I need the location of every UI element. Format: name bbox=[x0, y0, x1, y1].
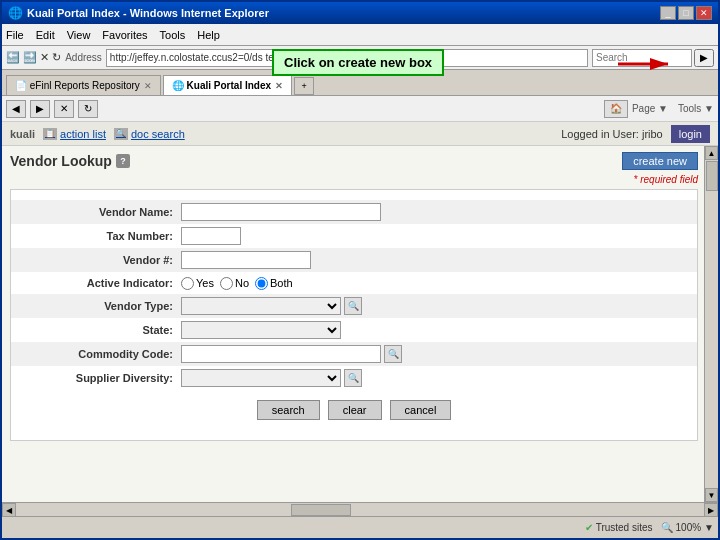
search-go-button[interactable]: ▶ bbox=[694, 49, 714, 67]
menu-edit[interactable]: Edit bbox=[36, 29, 55, 41]
vendor-type-search-icon[interactable]: 🔍 bbox=[344, 297, 362, 315]
doc-search-icon: 🔍 bbox=[114, 128, 128, 140]
arrow-indicator bbox=[618, 54, 678, 76]
commodity-code-label: Commodity Code: bbox=[21, 348, 181, 360]
supplier-diversity-select[interactable] bbox=[181, 369, 341, 387]
zoom-dropdown-icon[interactable]: ▼ bbox=[704, 522, 714, 533]
help-icon[interactable]: ? bbox=[116, 154, 130, 168]
form-row-supplier-diversity: Supplier Diversity: 🔍 bbox=[11, 366, 697, 390]
close-button[interactable]: ✕ bbox=[696, 6, 712, 20]
vendor-name-input[interactable] bbox=[181, 203, 381, 221]
login-button[interactable]: login bbox=[671, 125, 710, 143]
doc-search-link[interactable]: 🔍 doc search bbox=[114, 128, 185, 140]
vendor-name-label: Vendor Name: bbox=[21, 206, 181, 218]
app-header: kuali 📋 action list 🔍 doc search Logged … bbox=[2, 122, 718, 146]
toolbar-page-label: Page ▼ bbox=[632, 103, 668, 114]
form-row-tax-number: Tax Number: bbox=[11, 224, 697, 248]
status-bar: ✔ Trusted sites 🔍 100% ▼ bbox=[2, 516, 718, 538]
callout-text: Click on create new box bbox=[284, 55, 432, 70]
create-new-button[interactable]: create new bbox=[622, 152, 698, 170]
toolbar-tools-label: Tools ▼ bbox=[678, 103, 714, 114]
page-title-area: Vendor Lookup ? bbox=[10, 153, 130, 169]
vendor-type-label: Vendor Type: bbox=[21, 300, 181, 312]
required-note: * required field bbox=[10, 174, 698, 185]
radio-yes[interactable] bbox=[181, 277, 194, 290]
status-zoom: 🔍 100% ▼ bbox=[661, 522, 714, 533]
app-area: kuali 📋 action list 🔍 doc search Logged … bbox=[2, 122, 718, 516]
h-scroll-thumb[interactable] bbox=[291, 504, 351, 516]
login-area: Logged in User: jribo login bbox=[561, 125, 710, 143]
app-nav: kuali 📋 action list 🔍 doc search bbox=[10, 128, 185, 140]
radio-both[interactable] bbox=[255, 277, 268, 290]
scroll-thumb[interactable] bbox=[706, 161, 718, 191]
logged-in-text: Logged in User: jribo bbox=[561, 128, 663, 140]
radio-both-label[interactable]: Both bbox=[255, 277, 293, 290]
menu-items-container: File Edit View Favorites Tools Help bbox=[6, 29, 220, 41]
radio-no-label[interactable]: No bbox=[220, 277, 249, 290]
action-list-icon: 📋 bbox=[43, 128, 57, 140]
scroll-up-button[interactable]: ▲ bbox=[705, 146, 718, 160]
maximize-button[interactable]: □ bbox=[678, 6, 694, 20]
action-list-link[interactable]: 📋 action list bbox=[43, 128, 106, 140]
tax-number-label: Tax Number: bbox=[21, 230, 181, 242]
toolbar-refresh[interactable]: ↻ bbox=[78, 100, 98, 118]
minimize-button[interactable]: _ bbox=[660, 6, 676, 20]
vendor-type-select[interactable] bbox=[181, 297, 341, 315]
state-label: State: bbox=[21, 324, 181, 336]
kuali-logo: kuali bbox=[10, 128, 35, 140]
tab-kuali-portal[interactable]: 🌐 Kuali Portal Index ✕ bbox=[163, 75, 292, 95]
commodity-code-search-icon[interactable]: 🔍 bbox=[384, 345, 402, 363]
window-controls: _ □ ✕ bbox=[660, 6, 712, 20]
clear-button[interactable]: clear bbox=[328, 400, 382, 420]
form-row-active-indicator: Active Indicator: Yes No Both bbox=[11, 272, 697, 294]
tab-kuali-label: 🌐 Kuali Portal Index bbox=[172, 80, 271, 91]
radio-no[interactable] bbox=[220, 277, 233, 290]
search-button[interactable]: search bbox=[257, 400, 320, 420]
form-row-vendor-number: Vendor #: bbox=[11, 248, 697, 272]
toolbar-home[interactable]: 🏠 bbox=[604, 100, 628, 118]
form-row-vendor-type: Vendor Type: 🔍 bbox=[11, 294, 697, 318]
address-bar: 🔙 🔜 ✕ ↻ Address ▶ Click on create new bo… bbox=[2, 46, 718, 70]
tab-kuali-close[interactable]: ✕ bbox=[275, 81, 283, 91]
horizontal-scrollbar[interactable]: ◀ ▶ bbox=[2, 502, 718, 516]
zoom-text: 100% bbox=[676, 522, 702, 533]
supplier-diversity-label: Supplier Diversity: bbox=[21, 372, 181, 384]
address-text-label: Address bbox=[65, 52, 102, 63]
toolbar-stop[interactable]: ✕ bbox=[54, 100, 74, 118]
scroll-track bbox=[705, 160, 718, 488]
tax-number-input[interactable] bbox=[181, 227, 241, 245]
tab-reports-close[interactable]: ✕ bbox=[144, 81, 152, 91]
toolbar-forward[interactable]: ▶ bbox=[30, 100, 50, 118]
tab-reports-repository[interactable]: 📄 eFinl Reports Repository ✕ bbox=[6, 75, 161, 95]
toolbar-back[interactable]: ◀ bbox=[6, 100, 26, 118]
scroll-down-button[interactable]: ▼ bbox=[705, 488, 718, 502]
new-tab-button[interactable]: + bbox=[294, 77, 314, 95]
menu-file[interactable]: File bbox=[6, 29, 24, 41]
form-row-vendor-name: Vendor Name: bbox=[11, 200, 697, 224]
window-title: Kuali Portal Index - Windows Internet Ex… bbox=[27, 7, 269, 19]
supplier-diversity-search-icon[interactable]: 🔍 bbox=[344, 369, 362, 387]
vertical-scrollbar[interactable]: ▲ ▼ bbox=[704, 146, 718, 502]
callout-box: Click on create new box bbox=[272, 49, 444, 76]
h-scroll-left-button[interactable]: ◀ bbox=[2, 503, 16, 517]
form-row-state: State: bbox=[11, 318, 697, 342]
menu-view[interactable]: View bbox=[67, 29, 91, 41]
menu-help[interactable]: Help bbox=[197, 29, 220, 41]
vendor-number-label: Vendor #: bbox=[21, 254, 181, 266]
menu-bar: File Edit View Favorites Tools Help bbox=[2, 24, 718, 46]
ie-icon: 🌐 bbox=[8, 6, 23, 20]
form-row-commodity-code: Commodity Code: 🔍 bbox=[11, 342, 697, 366]
radio-yes-label[interactable]: Yes bbox=[181, 277, 214, 290]
action-list-label: action list bbox=[60, 128, 106, 140]
menu-tools[interactable]: Tools bbox=[160, 29, 186, 41]
doc-search-label: doc search bbox=[131, 128, 185, 140]
h-scroll-right-button[interactable]: ▶ bbox=[704, 503, 718, 517]
commodity-code-input[interactable] bbox=[181, 345, 381, 363]
menu-favorites[interactable]: Favorites bbox=[102, 29, 147, 41]
cancel-button[interactable]: cancel bbox=[390, 400, 452, 420]
state-select[interactable] bbox=[181, 321, 341, 339]
window-title-area: 🌐 Kuali Portal Index - Windows Internet … bbox=[8, 6, 269, 20]
form-buttons-row: search clear cancel bbox=[11, 390, 697, 430]
vendor-number-input[interactable] bbox=[181, 251, 311, 269]
h-scroll-track bbox=[16, 503, 704, 516]
